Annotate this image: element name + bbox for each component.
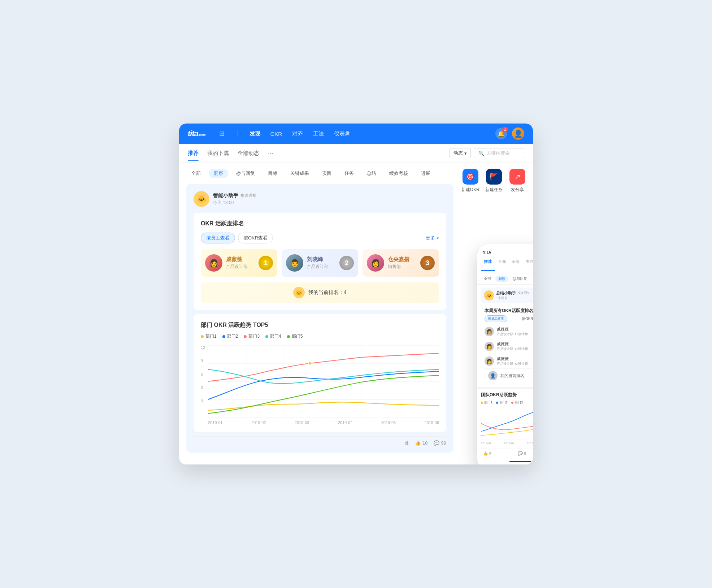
phone-tab-follow[interactable]: 关注: [523, 258, 533, 271]
bell-badge: 2: [502, 127, 508, 133]
phone-filter-btn-employee[interactable]: 按员工查看: [485, 315, 507, 322]
assistant-time: 今天 18:00: [213, 200, 256, 206]
chip-insight[interactable]: 洞察: [209, 169, 228, 178]
ranking-dept-1: 产品设计部: [226, 264, 248, 270]
ranking-list: 👩 戚薇薇 产品设计部 1 👨 刘晓峰 产品: [201, 249, 439, 277]
phone-chip-okr[interactable]: OKR: [531, 276, 533, 282]
tab-more[interactable]: ···: [268, 150, 273, 161]
search-icon: 🔍: [478, 151, 484, 156]
comment-icon: 💬: [434, 440, 439, 446]
nav-align[interactable]: 对齐: [292, 130, 303, 137]
ranking-dept-2: 产品设计部: [307, 264, 329, 270]
legend-dot-1: [201, 335, 204, 338]
phone-chip-all[interactable]: 全部: [481, 276, 494, 282]
user-avatar[interactable]: 👤: [512, 127, 524, 140]
phone-rank-info-1: 戚薇薇 产品设计部- UI设计师: [497, 327, 533, 337]
phone-rank-name-2: 戚薇薇: [497, 341, 533, 347]
nav-dashboard[interactable]: 仪表盘: [334, 130, 350, 137]
phone-chip-reply[interactable]: @与回复: [510, 276, 530, 282]
chip-task[interactable]: 任务: [339, 169, 359, 178]
nav-discover[interactable]: 发现: [249, 130, 260, 137]
phone-rank-avatar-3: 👩: [485, 356, 494, 366]
new-okr-btn[interactable]: 🎯 新建OKR: [461, 169, 480, 193]
search-box[interactable]: 🔍 关键词搜索: [474, 148, 524, 158]
phone-my-rank: 👤 我的当前排名 40: [485, 369, 533, 382]
legend-dot-4: [265, 335, 268, 338]
grid-icon: ⊞: [219, 130, 225, 138]
like-icon: 👍: [415, 440, 421, 446]
like-action[interactable]: 👍 10: [415, 440, 427, 446]
new-okr-icon: 🎯: [463, 169, 478, 185]
my-ranking-row: 🐱 我的当前排名：4: [201, 282, 439, 303]
ranking-name-2: 刘晓峰: [307, 256, 329, 263]
chip-all[interactable]: 全部: [186, 169, 206, 178]
tab-subordinate[interactable]: 我的下属: [207, 150, 229, 161]
phone-legend-dot-3: [511, 402, 513, 404]
trend-chart-svg: .chart-line { fill: none; stroke-width: …: [208, 345, 439, 418]
share-btn[interactable]: ↗ 发分享: [508, 169, 527, 193]
chip-progress[interactable]: 进展: [416, 169, 435, 178]
ranking-item-3: 👩 仓央嘉措 销售部 3: [362, 249, 439, 277]
bell-button[interactable]: 🔔 2: [495, 128, 507, 139]
phone-legend-1: 部门1: [481, 400, 492, 405]
phone-trend-title: 团队OKR活跃趋势: [481, 392, 517, 398]
ranking-name-1: 戚薇薇: [226, 256, 248, 263]
ranking-name-3: 仓央嘉措: [388, 256, 409, 263]
legend-1: 部门1: [201, 333, 217, 340]
tabs-right: 动态 ▾ 🔍 关键词搜索: [450, 148, 524, 163]
nav-logo-com: .com: [198, 133, 206, 137]
phone-content: 🐱 总结小助手 推送通知 1小时前 本周所有OKR活跃度排名 按员工查看 按OK…: [477, 285, 533, 385]
phone-filter-by-okr[interactable]: 按OKR查看: [522, 316, 533, 321]
share-icon: ↗: [509, 169, 525, 185]
nav-bar: tita.com ⊞ 发现 OKR 对齐 工法 仪表盘 🔔 2 👤: [179, 124, 533, 144]
new-task-btn[interactable]: 🚩 新建任务: [484, 169, 503, 193]
nav-links: 发现 OKR 对齐 工法 仪表盘: [249, 130, 351, 137]
phone-like-btn[interactable]: 👍 5: [483, 451, 491, 456]
ranking-filter-btns: 按员工查看 按OKR查看: [201, 233, 273, 243]
phone-chip-insight[interactable]: 洞察: [495, 276, 508, 282]
phone-rank-name-1: 戚薇薇: [497, 327, 533, 332]
chevron-down-icon: ▾: [464, 151, 467, 156]
trend-section: 部门 OKR 活跃趋势 TOP5 部门1 部门2 部门3: [194, 314, 446, 432]
phone-filter-chips: 全部 洞察 @与回复 OKR 项目 任务: [477, 273, 533, 285]
chip-reply[interactable]: @与回复: [231, 169, 260, 178]
delete-icon: 🗑: [404, 440, 409, 446]
nav-logo[interactable]: tita.com: [188, 129, 206, 138]
ranking-avatar-3: 👩: [367, 254, 384, 272]
phone-tab-subordinate[interactable]: 下属: [495, 258, 509, 271]
phone-feed-tag: 推送通知: [517, 291, 530, 295]
ranking-btn-employee[interactable]: 按员工查看: [201, 233, 235, 243]
legend-5: 部门5: [287, 333, 303, 340]
chip-perf[interactable]: 绩效考核: [384, 169, 413, 178]
chart-container: .chart-line { fill: none; stroke-width: …: [208, 345, 439, 425]
nav-okr[interactable]: OKR: [270, 131, 282, 137]
trend-title: 部门 OKR 活跃趋势 TOP5: [201, 321, 439, 329]
chip-keyresult[interactable]: 关键成果: [285, 169, 314, 178]
phone-rank-info-2: 戚薇薇 产品设计部- UI设计师: [497, 341, 533, 351]
filter-select[interactable]: 动态 ▾: [450, 148, 471, 158]
action-buttons: 🎯 新建OKR 🚩 新建任务 ↗ 发分享: [461, 169, 527, 193]
phone-tab-recommend[interactable]: 推荐: [481, 258, 495, 271]
tabs-bar: 推荐 我的下属 全部动态 ··· 动态 ▾ 🔍 关键词搜索: [179, 144, 533, 163]
delete-action[interactable]: 🗑: [404, 440, 409, 446]
share-label: 发分享: [511, 187, 524, 193]
chip-goal[interactable]: 目标: [263, 169, 282, 178]
phone-like-icon: 👍: [483, 451, 488, 456]
nav-logo-text: tita.com: [188, 129, 206, 138]
phone-my-rank-left: 👤 我的当前排名: [488, 371, 524, 380]
tab-all[interactable]: 全部动态: [238, 150, 259, 161]
legend-dot-5: [287, 335, 290, 338]
phone-comment-btn[interactable]: 💬 8: [518, 451, 526, 456]
phone-tab-all[interactable]: 全部: [509, 258, 523, 271]
nav-method[interactable]: 工法: [313, 130, 324, 137]
comment-action[interactable]: 💬 99: [434, 440, 446, 446]
chip-project[interactable]: 项目: [317, 169, 337, 178]
phone-legend-3: 部门3: [511, 400, 523, 405]
ranking-btn-okr[interactable]: 按OKR查看: [238, 233, 273, 243]
chip-summary[interactable]: 总结: [362, 169, 381, 178]
nav-right: 🔔 2 👤: [495, 127, 524, 140]
legend-4: 部门4: [265, 333, 281, 340]
ranking-avatar-1: 👩: [205, 254, 222, 272]
ranking-more-link[interactable]: 更多 >: [426, 235, 439, 241]
tab-recommend[interactable]: 推荐: [188, 150, 199, 161]
